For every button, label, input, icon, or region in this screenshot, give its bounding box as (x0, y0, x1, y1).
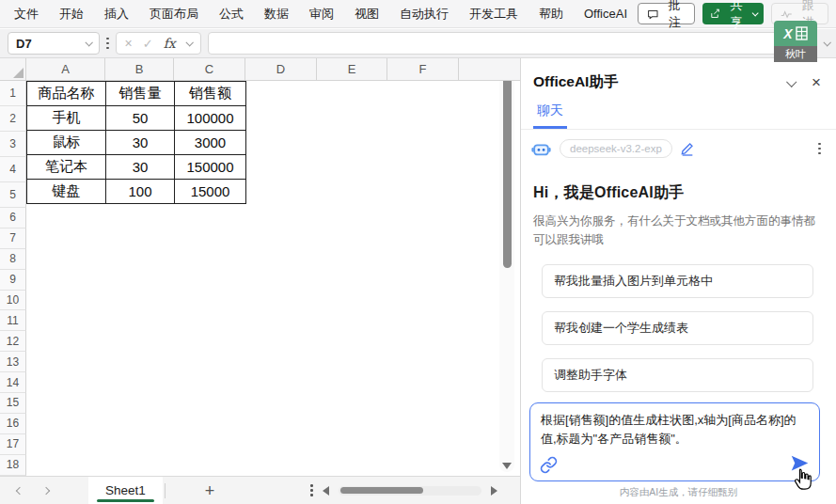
column-header-C[interactable]: C (174, 58, 245, 80)
row-header-8[interactable]: 8 (0, 249, 26, 270)
suggestion-card-1[interactable]: 帮我批量插入图片到单元格中 (542, 264, 813, 298)
cell-C3[interactable]: 3000 (175, 131, 246, 155)
select-all-corner[interactable] (0, 58, 26, 80)
share-button-label: 共享 (725, 0, 747, 31)
formula-bar-expand-icon[interactable] (823, 39, 830, 46)
row-header-6[interactable]: 6 (0, 208, 26, 228)
column-header-B[interactable]: B (105, 58, 174, 80)
column-header-E[interactable]: E (317, 58, 387, 80)
row-header-1[interactable]: 1 (0, 81, 26, 106)
menu-item-8[interactable]: 视图 (344, 0, 389, 27)
workspace: ABCDEF 123456789101112131415161718 商品名称销… (0, 58, 836, 504)
cell-A2[interactable]: 手机 (27, 106, 106, 131)
menu-item-12[interactable]: OfficeAI (574, 0, 638, 27)
chat-input-box[interactable]: 根据[销售额]的值生成柱状图,x轴为[商品名称]的值,标题为"各产品销售额"。 (529, 402, 820, 481)
cell-A3[interactable]: 鼠标 (27, 131, 106, 155)
formula-bar-handle-icon[interactable] (106, 38, 109, 50)
tabbar-menu-icon[interactable] (310, 484, 313, 496)
scroll-left-icon[interactable] (323, 486, 329, 496)
menu-item-11[interactable]: 帮助 (528, 0, 574, 27)
column-header-filler (459, 58, 520, 80)
data-table[interactable]: 商品名称销售量销售额手机50100000鼠标303000笔记本30150000键… (26, 81, 246, 204)
row-header-10[interactable]: 10 (0, 291, 26, 311)
menu-item-10[interactable]: 开发工具 (459, 0, 528, 27)
spreadsheet-grid-area: ABCDEF 123456789101112131415161718 商品名称销… (0, 58, 521, 504)
vertical-scrollbar[interactable] (499, 81, 514, 472)
mouse-cursor-hand (790, 467, 815, 494)
column-header-A[interactable]: A (26, 58, 105, 80)
cell-A5[interactable]: 键盘 (27, 180, 106, 204)
row-header-11[interactable]: 11 (0, 310, 26, 331)
suggestion-card-3[interactable]: 调整助手字体 (542, 358, 813, 392)
row-header-3[interactable]: 3 (0, 132, 26, 157)
formula-input[interactable] (208, 32, 812, 55)
add-sheet-button[interactable]: + (205, 482, 215, 499)
insert-function-icon[interactable]: fx (164, 36, 176, 51)
share-button[interactable]: 共享 (702, 3, 764, 24)
menu-item-7[interactable]: 审阅 (299, 0, 344, 27)
cell-A4[interactable]: 笔记本 (27, 155, 106, 180)
scroll-down-icon[interactable] (502, 463, 512, 469)
cell-B3[interactable]: 30 (106, 131, 175, 155)
row-header-4[interactable]: 4 (0, 157, 26, 182)
menu-item-2[interactable]: 开始 (49, 0, 94, 27)
cell-B4[interactable]: 30 (106, 155, 175, 180)
column-header-D[interactable]: D (245, 58, 317, 80)
tab-chat[interactable]: 聊天 (533, 101, 567, 129)
menu-item-4[interactable]: 页面布局 (139, 0, 209, 27)
row-header-9[interactable]: 9 (0, 270, 26, 291)
scroll-right-icon[interactable] (491, 486, 497, 496)
row-header-18[interactable]: 18 (0, 455, 26, 476)
horizontal-scrollbar-thumb[interactable] (340, 487, 423, 494)
function-chevron-icon[interactable] (185, 39, 193, 46)
horizontal-scrollbar[interactable] (339, 486, 481, 496)
model-name-chip[interactable]: deepseek-v3.2-exp (560, 139, 672, 158)
excel-x-glyph: X (783, 26, 792, 41)
vertical-scrollbar-thumb[interactable] (503, 81, 512, 268)
cell-name-box[interactable]: D7 (8, 32, 100, 55)
row-header-14[interactable]: 14 (0, 372, 26, 393)
row-header-17[interactable]: 17 (0, 434, 26, 455)
cell-B5[interactable]: 100 (106, 180, 175, 204)
row-header-15[interactable]: 15 (0, 393, 26, 414)
column-header-F[interactable]: F (387, 58, 459, 80)
row-header-2[interactable]: 2 (0, 106, 26, 132)
cell-C1[interactable]: 销售额 (175, 82, 246, 106)
row-header-7[interactable]: 7 (0, 228, 26, 249)
row-header-5[interactable]: 5 (0, 182, 26, 208)
comment-button[interactable]: 批注 (638, 3, 695, 24)
menu-item-5[interactable]: 公式 (209, 0, 254, 27)
menu-item-6[interactable]: 数据 (254, 0, 299, 27)
sheet-tab-sheet1[interactable]: Sheet1 (88, 477, 163, 504)
cell-C4[interactable]: 150000 (175, 155, 246, 180)
next-sheet-icon[interactable] (42, 486, 50, 494)
panel-header: OfficeAI助手 × (521, 58, 836, 101)
panel-close-icon[interactable]: × (812, 74, 821, 90)
row-header-12[interactable]: 12 (0, 331, 26, 352)
model-options-icon[interactable] (818, 143, 821, 155)
cell-A1[interactable]: 商品名称 (27, 82, 106, 106)
cell-B2[interactable]: 50 (106, 106, 175, 131)
name-box-chevron-icon[interactable] (85, 39, 92, 46)
cells-region[interactable]: 123456789101112131415161718 商品名称销售量销售额手机… (0, 81, 520, 476)
edit-pencil-icon[interactable] (680, 141, 695, 156)
confirm-entry-icon[interactable]: ✓ (143, 38, 153, 50)
previous-sheet-icon[interactable] (16, 486, 24, 494)
menu-item-9[interactable]: 自动执行 (389, 0, 459, 27)
cell-B1[interactable]: 销售量 (106, 82, 175, 106)
panel-collapse-icon[interactable] (786, 76, 797, 87)
menu-item-3[interactable]: 插入 (94, 0, 139, 27)
suggestion-card-2[interactable]: 帮我创建一个学生成绩表 (542, 311, 813, 345)
row-header-16[interactable]: 16 (0, 414, 26, 434)
panel-title: OfficeAI助手 (533, 72, 618, 92)
model-row: deepseek-v3.2-exp (521, 130, 836, 165)
attach-link-icon[interactable] (540, 456, 558, 474)
table-row: 手机50100000 (27, 106, 246, 131)
menu-item-1[interactable]: 文件 (4, 0, 49, 27)
chat-input-text[interactable]: 根据[销售额]的值生成柱状图,x轴为[商品名称]的值,标题为"各产品销售额"。 (541, 411, 809, 448)
cell-C5[interactable]: 15000 (175, 180, 246, 204)
cancel-entry-icon[interactable]: × (125, 37, 133, 50)
cell-C2[interactable]: 100000 (175, 106, 246, 131)
row-header-13[interactable]: 13 (0, 352, 26, 372)
grid-glyph-icon (796, 26, 808, 40)
